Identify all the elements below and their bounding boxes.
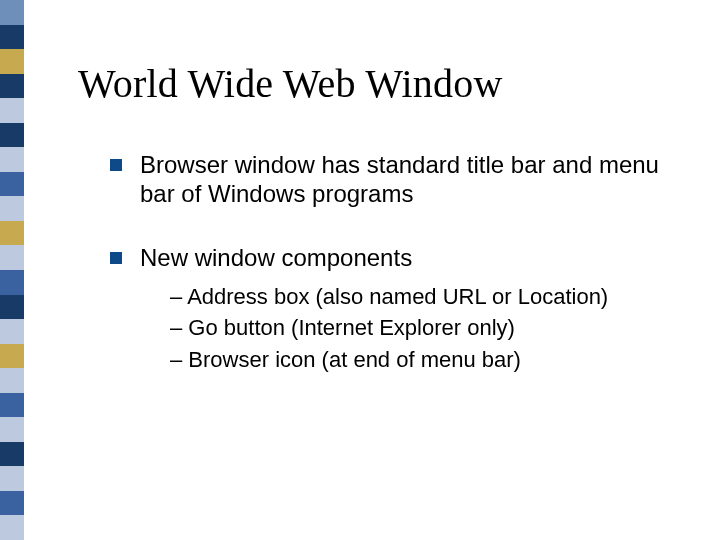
bullet-text: Browser window has standard title bar an…	[140, 151, 659, 207]
sidebar-segment	[0, 25, 24, 50]
sidebar-segment	[0, 221, 24, 246]
sidebar-segment	[0, 491, 24, 516]
sidebar-segment	[0, 295, 24, 320]
bullet-text: New window components	[140, 244, 412, 271]
square-bullet-icon	[110, 159, 122, 171]
sidebar-segment	[0, 344, 24, 369]
sidebar-segment	[0, 270, 24, 295]
sidebar-segment	[0, 0, 24, 25]
sidebar-segment	[0, 147, 24, 172]
decorative-sidebar	[0, 0, 24, 540]
sidebar-segment	[0, 393, 24, 418]
sidebar-segment	[0, 172, 24, 197]
square-bullet-icon	[110, 252, 122, 264]
bullet-item: New window components – Address box (als…	[110, 243, 670, 375]
sidebar-segment	[0, 319, 24, 344]
sidebar-segment	[0, 515, 24, 540]
sidebar-segment	[0, 368, 24, 393]
sidebar-segment	[0, 442, 24, 467]
sidebar-segment	[0, 466, 24, 491]
sidebar-segment	[0, 74, 24, 99]
slide-title: World Wide Web Window	[78, 60, 503, 107]
sub-item: – Browser icon (at end of menu bar)	[170, 345, 670, 375]
sidebar-segment	[0, 196, 24, 221]
sidebar-segment	[0, 245, 24, 270]
slide-body: Browser window has standard title bar an…	[110, 150, 670, 409]
sub-item: – Go button (Internet Explorer only)	[170, 313, 670, 343]
sub-item: – Address box (also named URL or Locatio…	[170, 282, 670, 312]
slide: World Wide Web Window Browser window has…	[0, 0, 720, 540]
sidebar-segment	[0, 49, 24, 74]
sidebar-segment	[0, 98, 24, 123]
sidebar-segment	[0, 123, 24, 148]
sidebar-segment	[0, 417, 24, 442]
bullet-item: Browser window has standard title bar an…	[110, 150, 670, 209]
sub-list: – Address box (also named URL or Locatio…	[140, 282, 670, 375]
